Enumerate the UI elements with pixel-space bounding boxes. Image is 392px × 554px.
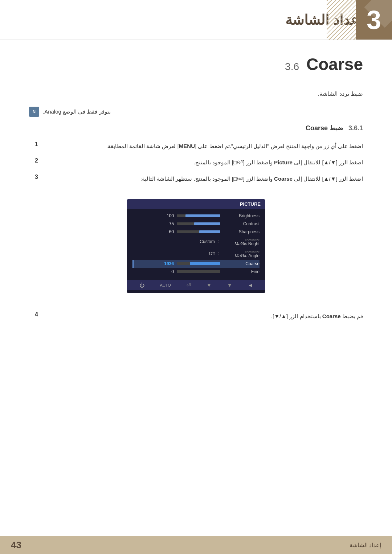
coarse-bar <box>177 262 220 265</box>
chapter-number-box: 3 <box>356 0 392 40</box>
page-footer: 43 إعداد الشاشة <box>0 536 392 554</box>
sub-section-heading: 3.6.1 ضبط Coarse <box>29 124 363 132</box>
magic-angle-label: SAMSUNG MaGic Angle <box>223 249 260 258</box>
step-4: قم بضبط Coarse باستخدام الزر [▲/▼]. 4 <box>29 311 363 321</box>
note-icon: N <box>29 107 39 117</box>
magic-bright-dot: : <box>218 239 219 244</box>
step-1-text: اضغط على أي زر من واجهة المنتج لعرض "الد… <box>44 141 363 151</box>
contrast-fill <box>194 222 220 225</box>
description-text: ضبط تردد الشاشة. <box>29 89 363 99</box>
step-3: اضغط الزر [▼/▲] للانتقال إلى Coarse واضغ… <box>29 174 363 184</box>
menu-row-sharpness: Sharpness 60 <box>132 228 260 236</box>
screen-mockup: PICTURE Brightness 100 Contrast <box>127 199 265 293</box>
svg-text:N: N <box>33 110 36 114</box>
magic-angle-value: Off <box>209 251 215 256</box>
menu-row-fine: Fine 0 <box>132 268 260 276</box>
fine-bar <box>177 270 220 273</box>
ctrl-plus: ▼ <box>207 282 212 288</box>
diagonal-decoration <box>327 0 356 40</box>
step-4-number: 4 <box>29 311 38 318</box>
contrast-bar <box>177 222 220 225</box>
magic-bright-value: Custom <box>200 239 215 244</box>
step-4-text: قم بضبط Coarse باستخدام الزر [▲/▼]. <box>44 311 363 321</box>
screen-header-bar: PICTURE <box>127 199 265 209</box>
page-header: إعداد الشاشة 3 <box>0 0 392 40</box>
note-box: يتوفر فقط في الوضع Analog. N <box>29 107 363 117</box>
brightness-value: 100 <box>163 213 174 218</box>
sub-section-title: ضبط Coarse <box>306 124 343 132</box>
sharpness-value: 60 <box>163 229 174 234</box>
menu-row-brightness: Brightness 100 <box>132 212 260 220</box>
ctrl-back: ◄ <box>248 282 253 288</box>
sharpness-label: Sharpness <box>223 229 260 234</box>
sub-section-number: 3.6.1 <box>348 124 363 132</box>
menu-row-contrast: Contrast 75 <box>132 220 260 228</box>
note-text: يتوفر فقط في الوضع Analog. <box>43 108 111 115</box>
menu-row-coarse: Coarse 1936 <box>132 260 260 268</box>
ctrl-power: ⏻ <box>139 282 144 288</box>
ctrl-auto: AUTO <box>160 283 171 287</box>
screen-menu: Brightness 100 Contrast 75 Sharpne <box>127 209 265 279</box>
screen-controls: ◄ ▼ ▼ ⏎ AUTO ⏻ <box>127 280 265 290</box>
step4-list: قم بضبط Coarse باستخدام الزر [▲/▼]. 4 <box>29 311 363 321</box>
sharpness-fill <box>199 230 220 233</box>
coarse-label: Coarse <box>223 261 260 266</box>
menu-row-magic-bright: SAMSUNG MaGic Bright : Custom <box>132 236 260 248</box>
screen-header-label: PICTURE <box>240 201 261 207</box>
main-content: 3.6 Coarse ضبط تردد الشاشة. يتوفر فقط في… <box>0 40 392 342</box>
brightness-bar <box>177 214 220 217</box>
ctrl-minus: ▼ <box>227 282 232 288</box>
steps-list: اضغط على أي زر من واجهة المنتج لعرض "الد… <box>29 141 363 184</box>
chapter-number: 3 <box>367 5 381 35</box>
section-number: 3.6 <box>285 61 299 73</box>
footer-chapter-title: إعداد الشاشة <box>350 542 381 549</box>
menu-row-magic-angle: SAMSUNG MaGic Angle : Off <box>132 248 260 260</box>
section-heading: 3.6 Coarse <box>29 54 363 74</box>
step-3-number: 3 <box>29 174 38 180</box>
contrast-label: Contrast <box>223 221 260 226</box>
divider-top <box>29 85 363 85</box>
step-2-number: 2 <box>29 157 38 164</box>
step-2: اضغط الزر [▼/▲] للانتقال إلى Picture واض… <box>29 157 363 167</box>
ctrl-enter: ⏎ <box>187 282 191 288</box>
fine-label: Fine <box>223 269 260 274</box>
magic-angle-dot: : <box>218 251 219 256</box>
contrast-value: 75 <box>163 221 174 226</box>
brightness-label: Brightness <box>223 213 260 218</box>
section-title: Coarse <box>306 54 363 74</box>
brightness-fill <box>185 214 220 217</box>
sharpness-bar <box>177 230 220 233</box>
step-1: اضغط على أي زر من واجهة المنتج لعرض "الد… <box>29 141 363 151</box>
fine-value: 0 <box>163 269 174 274</box>
magic-bright-label: SAMSUNG MaGic Bright <box>223 237 260 246</box>
step-1-number: 1 <box>29 141 38 148</box>
step-3-text: اضغط الزر [▼/▲] للانتقال إلى Coarse واضغ… <box>44 174 363 184</box>
step-2-text: اضغط الزر [▼/▲] للانتقال إلى Picture واض… <box>44 157 363 167</box>
coarse-fill <box>190 262 220 265</box>
footer-page-number: 43 <box>11 539 21 551</box>
coarse-value: 1936 <box>163 261 174 266</box>
